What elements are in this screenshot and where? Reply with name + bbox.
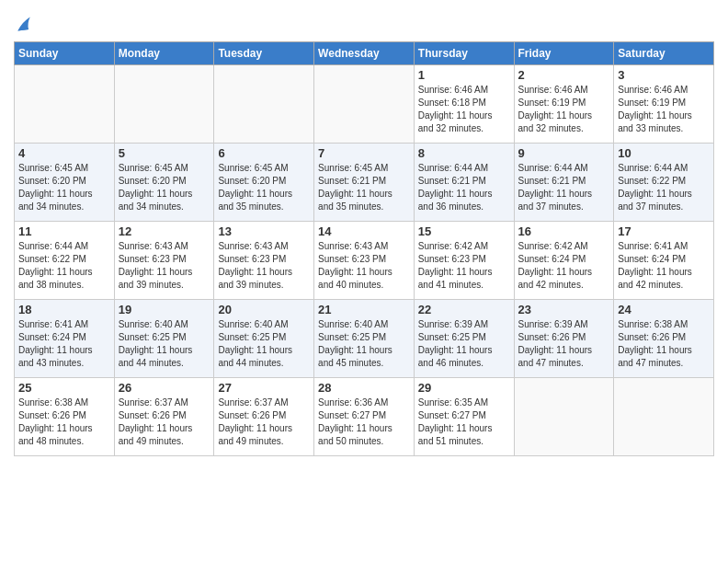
day-info: Sunrise: 6:37 AM Sunset: 6:26 PM Dayligh… [218, 396, 310, 448]
calendar-week-row: 25Sunrise: 6:38 AM Sunset: 6:26 PM Dayli… [15, 378, 714, 456]
day-number: 14 [318, 224, 410, 238]
calendar-cell [514, 378, 614, 456]
day-number: 27 [218, 381, 310, 395]
day-number: 23 [518, 303, 610, 316]
day-number: 10 [618, 146, 710, 160]
day-info: Sunrise: 6:43 AM Sunset: 6:23 PM Dayligh… [318, 240, 410, 292]
calendar-cell: 2Sunrise: 6:46 AM Sunset: 6:19 PM Daylig… [514, 65, 614, 144]
calendar-cell: 25Sunrise: 6:38 AM Sunset: 6:26 PM Dayli… [15, 378, 115, 456]
day-number: 6 [218, 146, 310, 160]
day-number: 7 [318, 146, 410, 160]
calendar-cell: 10Sunrise: 6:44 AM Sunset: 6:22 PM Dayli… [614, 144, 714, 222]
calendar-cell: 14Sunrise: 6:43 AM Sunset: 6:23 PM Dayli… [314, 222, 415, 300]
day-info: Sunrise: 6:40 AM Sunset: 6:25 PM Dayligh… [119, 318, 210, 370]
day-info: Sunrise: 6:42 AM Sunset: 6:23 PM Dayligh… [418, 240, 510, 292]
day-number: 12 [119, 224, 210, 238]
calendar-cell: 29Sunrise: 6:35 AM Sunset: 6:27 PM Dayli… [414, 378, 514, 456]
calendar-cell: 13Sunrise: 6:43 AM Sunset: 6:23 PM Dayli… [214, 222, 314, 300]
header [14, 9, 714, 34]
calendar-cell: 28Sunrise: 6:36 AM Sunset: 6:27 PM Dayli… [314, 378, 415, 456]
calendar-header-friday: Friday [514, 42, 614, 65]
day-info: Sunrise: 6:38 AM Sunset: 6:26 PM Dayligh… [18, 396, 110, 448]
calendar-header-wednesday: Wednesday [314, 42, 415, 65]
calendar-cell [214, 65, 314, 144]
day-info: Sunrise: 6:43 AM Sunset: 6:23 PM Dayligh… [119, 240, 210, 292]
calendar-cell: 19Sunrise: 6:40 AM Sunset: 6:25 PM Dayli… [114, 300, 214, 378]
day-number: 17 [618, 224, 710, 238]
calendar-cell [114, 65, 214, 144]
day-info: Sunrise: 6:37 AM Sunset: 6:26 PM Dayligh… [119, 396, 210, 448]
day-number: 9 [518, 146, 610, 160]
calendar-header-saturday: Saturday [614, 42, 714, 65]
calendar-cell: 18Sunrise: 6:41 AM Sunset: 6:24 PM Dayli… [15, 300, 115, 378]
calendar-week-row: 4Sunrise: 6:45 AM Sunset: 6:20 PM Daylig… [15, 144, 714, 222]
day-number: 28 [318, 381, 410, 395]
day-info: Sunrise: 6:38 AM Sunset: 6:26 PM Dayligh… [618, 318, 710, 370]
day-number: 24 [618, 303, 710, 316]
day-info: Sunrise: 6:46 AM Sunset: 6:18 PM Dayligh… [418, 84, 510, 135]
day-info: Sunrise: 6:46 AM Sunset: 6:19 PM Dayligh… [518, 84, 610, 135]
day-number: 26 [119, 381, 210, 395]
day-info: Sunrise: 6:35 AM Sunset: 6:27 PM Dayligh… [418, 396, 510, 448]
calendar-week-row: 11Sunrise: 6:44 AM Sunset: 6:22 PM Dayli… [15, 222, 714, 300]
day-info: Sunrise: 6:42 AM Sunset: 6:24 PM Dayligh… [518, 240, 610, 292]
calendar-cell: 27Sunrise: 6:37 AM Sunset: 6:26 PM Dayli… [214, 378, 314, 456]
day-info: Sunrise: 6:40 AM Sunset: 6:25 PM Dayligh… [318, 318, 410, 370]
day-number: 25 [18, 381, 110, 395]
day-info: Sunrise: 6:44 AM Sunset: 6:22 PM Dayligh… [18, 240, 110, 292]
calendar-cell: 8Sunrise: 6:44 AM Sunset: 6:21 PM Daylig… [414, 144, 514, 222]
calendar-cell: 7Sunrise: 6:45 AM Sunset: 6:21 PM Daylig… [314, 144, 415, 222]
day-info: Sunrise: 6:44 AM Sunset: 6:21 PM Dayligh… [518, 162, 610, 213]
calendar-cell: 6Sunrise: 6:45 AM Sunset: 6:20 PM Daylig… [214, 144, 314, 222]
day-info: Sunrise: 6:46 AM Sunset: 6:19 PM Dayligh… [618, 84, 710, 135]
day-info: Sunrise: 6:39 AM Sunset: 6:25 PM Dayligh… [418, 318, 510, 370]
day-number: 16 [518, 224, 610, 238]
day-number: 13 [218, 224, 310, 238]
day-info: Sunrise: 6:45 AM Sunset: 6:21 PM Dayligh… [318, 162, 410, 213]
day-number: 5 [119, 146, 210, 160]
day-info: Sunrise: 6:44 AM Sunset: 6:22 PM Dayligh… [618, 162, 710, 213]
day-info: Sunrise: 6:45 AM Sunset: 6:20 PM Dayligh… [218, 162, 310, 213]
day-number: 3 [618, 68, 710, 82]
day-info: Sunrise: 6:41 AM Sunset: 6:24 PM Dayligh… [18, 318, 110, 370]
calendar-cell: 3Sunrise: 6:46 AM Sunset: 6:19 PM Daylig… [614, 65, 714, 144]
day-info: Sunrise: 6:44 AM Sunset: 6:21 PM Dayligh… [418, 162, 510, 213]
day-number: 20 [218, 303, 310, 316]
calendar-cell [614, 378, 714, 456]
calendar-cell [314, 65, 415, 144]
calendar-cell: 12Sunrise: 6:43 AM Sunset: 6:23 PM Dayli… [114, 222, 214, 300]
day-number: 18 [18, 303, 110, 316]
day-info: Sunrise: 6:36 AM Sunset: 6:27 PM Dayligh… [318, 396, 410, 448]
calendar-cell: 26Sunrise: 6:37 AM Sunset: 6:26 PM Dayli… [114, 378, 214, 456]
calendar-cell: 15Sunrise: 6:42 AM Sunset: 6:23 PM Dayli… [414, 222, 514, 300]
day-number: 29 [418, 381, 510, 395]
calendar-cell: 11Sunrise: 6:44 AM Sunset: 6:22 PM Dayli… [15, 222, 115, 300]
calendar-header-tuesday: Tuesday [214, 42, 314, 65]
calendar-cell: 9Sunrise: 6:44 AM Sunset: 6:21 PM Daylig… [514, 144, 614, 222]
calendar-header-monday: Monday [114, 42, 214, 65]
day-number: 15 [418, 224, 510, 238]
logo-bird-icon [16, 14, 32, 34]
page: SundayMondayTuesdayWednesdayThursdayFrid… [0, 0, 728, 563]
day-number: 11 [18, 224, 110, 238]
calendar-cell: 22Sunrise: 6:39 AM Sunset: 6:25 PM Dayli… [414, 300, 514, 378]
calendar-cell: 20Sunrise: 6:40 AM Sunset: 6:25 PM Dayli… [214, 300, 314, 378]
calendar-cell [15, 65, 115, 144]
calendar-cell: 23Sunrise: 6:39 AM Sunset: 6:26 PM Dayli… [514, 300, 614, 378]
calendar-header-row: SundayMondayTuesdayWednesdayThursdayFrid… [15, 42, 714, 65]
logo [14, 14, 32, 34]
day-number: 19 [119, 303, 210, 316]
calendar-cell: 17Sunrise: 6:41 AM Sunset: 6:24 PM Dayli… [614, 222, 714, 300]
calendar-cell: 1Sunrise: 6:46 AM Sunset: 6:18 PM Daylig… [414, 65, 514, 144]
calendar-cell: 5Sunrise: 6:45 AM Sunset: 6:20 PM Daylig… [114, 144, 214, 222]
day-number: 4 [18, 146, 110, 160]
day-info: Sunrise: 6:45 AM Sunset: 6:20 PM Dayligh… [18, 162, 110, 213]
calendar-cell: 4Sunrise: 6:45 AM Sunset: 6:20 PM Daylig… [15, 144, 115, 222]
day-number: 8 [418, 146, 510, 160]
day-info: Sunrise: 6:41 AM Sunset: 6:24 PM Dayligh… [618, 240, 710, 292]
day-number: 21 [318, 303, 410, 316]
calendar-header-thursday: Thursday [414, 42, 514, 65]
calendar-header-sunday: Sunday [15, 42, 115, 65]
day-info: Sunrise: 6:40 AM Sunset: 6:25 PM Dayligh… [218, 318, 310, 370]
calendar-week-row: 18Sunrise: 6:41 AM Sunset: 6:24 PM Dayli… [15, 300, 714, 378]
